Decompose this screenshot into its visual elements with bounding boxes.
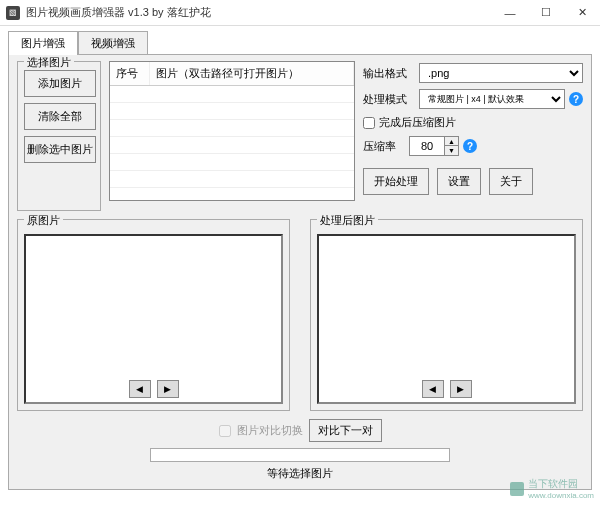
progress-bar: [150, 448, 450, 462]
process-mode-label: 处理模式: [363, 92, 415, 107]
list-row: [110, 103, 354, 120]
clear-all-button[interactable]: 清除全部: [24, 103, 96, 130]
processed-image-canvas: [319, 236, 574, 376]
minimize-button[interactable]: —: [492, 0, 528, 26]
original-image-group: 原图片 ◀ ▶: [17, 219, 290, 411]
tab-video-enhance[interactable]: 视频增强: [78, 31, 148, 55]
compress-after-checkbox[interactable]: [363, 117, 375, 129]
watermark-icon: [510, 482, 524, 496]
compare-toggle-checkbox: [219, 425, 231, 437]
orig-prev-button[interactable]: ◀: [129, 380, 151, 398]
tab-image-enhance[interactable]: 图片增强: [8, 31, 78, 55]
close-button[interactable]: ✕: [564, 0, 600, 26]
output-format-label: 输出格式: [363, 66, 415, 81]
processed-image-viewer: ◀ ▶: [317, 234, 576, 404]
spin-up-icon[interactable]: ▲: [444, 137, 458, 146]
list-row: [110, 120, 354, 137]
status-text: 等待选择图片: [17, 466, 583, 481]
window-title: 图片视频画质增强器 v1.3 by 落红护花: [26, 5, 211, 20]
watermark: 当下软件园 www.downxia.com: [510, 477, 594, 500]
col-number: 序号: [110, 62, 150, 85]
select-image-legend: 选择图片: [24, 55, 74, 70]
compress-rate-label: 压缩率: [363, 139, 405, 154]
compress-after-label: 完成后压缩图片: [379, 115, 456, 130]
select-image-group: 选择图片 添加图片 清除全部 删除选中图片: [17, 61, 101, 211]
help-icon[interactable]: ?: [463, 139, 477, 153]
tab-panel: 选择图片 添加图片 清除全部 删除选中图片 序号 图片（双击路径可打开图片）: [8, 54, 592, 490]
list-row: [110, 171, 354, 188]
delete-selected-button[interactable]: 删除选中图片: [24, 136, 96, 163]
about-button[interactable]: 关于: [489, 168, 533, 195]
titlebar: ▧ 图片视频画质增强器 v1.3 by 落红护花 — ☐ ✕: [0, 0, 600, 26]
start-process-button[interactable]: 开始处理: [363, 168, 429, 195]
original-image-canvas: [26, 236, 281, 376]
output-format-select[interactable]: .png: [419, 63, 583, 83]
compress-rate-input[interactable]: [410, 140, 444, 152]
list-row: [110, 154, 354, 171]
options-panel: 输出格式 .png 处理模式 常规图片 | x4 | 默认效果 ? 完成后压缩图…: [363, 61, 583, 211]
watermark-url: www.downxia.com: [528, 491, 594, 500]
image-list[interactable]: 序号 图片（双击路径可打开图片）: [109, 61, 355, 201]
spin-down-icon[interactable]: ▼: [444, 146, 458, 155]
tab-strip: 图片增强 视频增强: [8, 30, 592, 54]
original-image-viewer: ◀ ▶: [24, 234, 283, 404]
compare-next-button[interactable]: 对比下一对: [309, 419, 382, 442]
processed-image-group: 处理后图片 ◀ ▶: [310, 219, 583, 411]
maximize-button[interactable]: ☐: [528, 0, 564, 26]
client-area: 图片增强 视频增强 选择图片 添加图片 清除全部 删除选中图片 序号 图片（双击…: [0, 26, 600, 498]
col-path: 图片（双击路径可打开图片）: [150, 62, 354, 85]
list-row: [110, 137, 354, 154]
original-image-legend: 原图片: [24, 213, 63, 228]
app-icon: ▧: [6, 6, 20, 20]
process-mode-select[interactable]: 常规图片 | x4 | 默认效果: [419, 89, 565, 109]
help-icon[interactable]: ?: [569, 92, 583, 106]
compress-rate-spinner[interactable]: ▲ ▼: [409, 136, 459, 156]
list-row: [110, 86, 354, 103]
watermark-text: 当下软件园: [528, 477, 594, 491]
add-image-button[interactable]: 添加图片: [24, 70, 96, 97]
done-prev-button[interactable]: ◀: [422, 380, 444, 398]
orig-next-button[interactable]: ▶: [157, 380, 179, 398]
compare-toggle-label: 图片对比切换: [237, 423, 303, 438]
settings-button[interactable]: 设置: [437, 168, 481, 195]
done-next-button[interactable]: ▶: [450, 380, 472, 398]
image-list-headers: 序号 图片（双击路径可打开图片）: [110, 62, 354, 86]
processed-image-legend: 处理后图片: [317, 213, 378, 228]
